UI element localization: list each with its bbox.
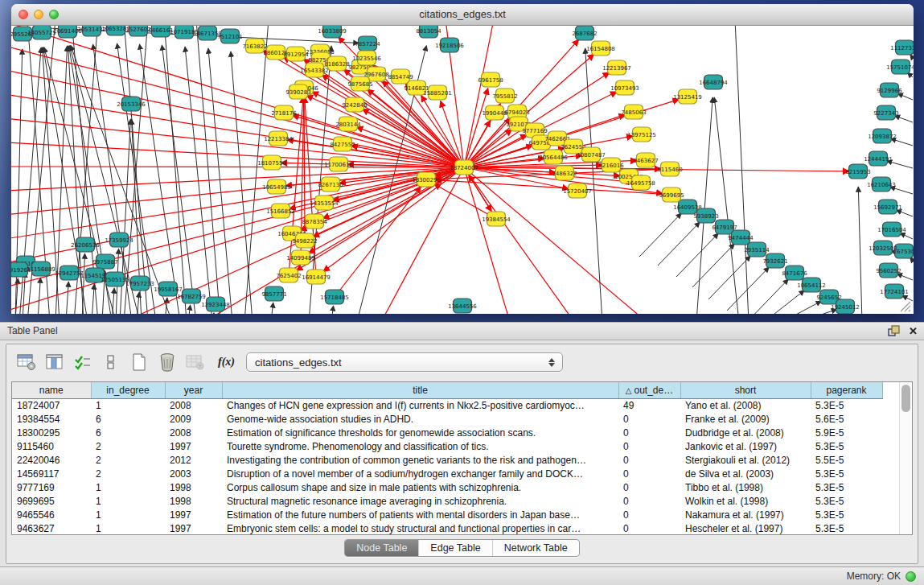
graph-edge[interactable] bbox=[900, 233, 913, 239]
table-cell[interactable]: 0 bbox=[618, 454, 680, 468]
table-cell[interactable]: Genome-wide association studies in ADHD. bbox=[222, 413, 618, 426]
table-cell[interactable]: 2012 bbox=[165, 454, 222, 468]
graph-node[interactable]: 2803144 bbox=[335, 117, 361, 131]
table-scrollbar[interactable] bbox=[899, 382, 912, 534]
graph-edge[interactable] bbox=[585, 48, 602, 314]
table-cell[interactable]: 1 bbox=[91, 398, 165, 413]
table-cell[interactable]: 1997 bbox=[165, 522, 222, 535]
graph-node[interactable]: 13125419 bbox=[673, 89, 702, 104]
graph-edge[interactable] bbox=[434, 183, 496, 219]
graph-edge[interactable] bbox=[464, 26, 494, 167]
graph-node[interactable]: 9975887 bbox=[92, 254, 117, 269]
graph-node[interactable]: 11700616 bbox=[324, 157, 353, 171]
function-builder-icon[interactable]: f(x) bbox=[218, 356, 235, 369]
graph-node[interactable]: 26206536 bbox=[71, 237, 100, 252]
table-cell[interactable]: 5.3E-5 bbox=[811, 495, 882, 509]
graph-node[interactable]: 12444191 bbox=[864, 151, 893, 166]
graph-edge[interactable] bbox=[763, 290, 804, 314]
graph-node[interactable]: 8427552 bbox=[330, 137, 355, 151]
graph-node[interactable]: 9463627 bbox=[633, 153, 658, 167]
tab-node-table[interactable]: Node Table bbox=[345, 540, 419, 556]
graph-node[interactable]: 13975125 bbox=[627, 127, 656, 142]
column-visibility-icon[interactable] bbox=[44, 352, 65, 373]
graph-node[interactable]: 9560252 bbox=[876, 263, 901, 278]
row-height-icon[interactable] bbox=[101, 352, 121, 373]
graph-node[interactable]: 19654985 bbox=[262, 179, 291, 194]
table-cell[interactable]: Tourette syndrome. Phenomenology and cla… bbox=[222, 440, 618, 454]
table-cell[interactable]: 0 bbox=[618, 426, 680, 440]
graph-node[interactable]: 8186328 bbox=[324, 56, 349, 71]
table-cell[interactable]: 5.3E-5 bbox=[811, 398, 882, 413]
table-row[interactable]: 1872400712008Changes of HCN gene express… bbox=[12, 398, 882, 413]
graph-node[interactable]: 16033809 bbox=[318, 26, 347, 38]
graph-node[interactable]: 9227343 bbox=[873, 105, 898, 120]
graph-node[interactable]: 15692971 bbox=[873, 200, 902, 214]
column-header-year[interactable]: year bbox=[165, 382, 222, 398]
table-cell[interactable]: 1 bbox=[91, 495, 165, 509]
graph-node[interactable]: 9115460 bbox=[657, 162, 682, 176]
table-cell[interactable]: Hescheler et al. (1997) bbox=[680, 522, 811, 535]
graph-edge[interactable] bbox=[894, 116, 913, 122]
table-cell[interactable]: 2008 bbox=[165, 398, 222, 413]
graph-edge[interactable] bbox=[66, 282, 68, 314]
table-cell[interactable]: 5.3E-5 bbox=[811, 522, 882, 535]
table-cell[interactable]: 0 bbox=[618, 522, 680, 535]
scrollbar-thumb[interactable] bbox=[901, 385, 910, 412]
graph-node[interactable]: 8813054 bbox=[416, 26, 441, 38]
graph-edge[interactable] bbox=[306, 96, 464, 167]
table-cell[interactable]: 0 bbox=[618, 481, 680, 495]
graph-node[interactable]: 7485063 bbox=[621, 105, 646, 119]
graph-node[interactable]: 12213967 bbox=[602, 60, 631, 75]
network-canvas[interactable]: 2955261140557252069140620531432106532871… bbox=[11, 26, 914, 314]
table-cell[interactable]: Disruption of a novel member of a sodium… bbox=[222, 468, 618, 481]
graph-edge[interactable] bbox=[714, 97, 739, 314]
table-cell[interactable]: 2009 bbox=[165, 413, 222, 426]
graph-edge[interactable] bbox=[11, 70, 464, 167]
graph-edge[interactable] bbox=[639, 213, 681, 257]
table-cell[interactable]: 0 bbox=[618, 509, 680, 522]
graph-edge[interactable] bbox=[271, 303, 273, 314]
graph-edge[interactable] bbox=[368, 89, 464, 167]
table-cell[interactable]: Structural magnetic resonance image aver… bbox=[222, 495, 618, 509]
table-cell[interactable]: 18724007 bbox=[12, 398, 91, 413]
resize-grip[interactable] bbox=[898, 299, 911, 312]
graph-edge[interactable] bbox=[92, 284, 94, 314]
table-cell[interactable]: 9465546 bbox=[12, 509, 91, 522]
graph-node[interactable]: 7932621 bbox=[762, 253, 787, 268]
table-cell[interactable]: Investigating the contribution of common… bbox=[222, 454, 618, 468]
graph-edge[interactable] bbox=[188, 305, 191, 314]
table-cell[interactable]: 2008 bbox=[165, 426, 222, 440]
delete-table-icon[interactable] bbox=[185, 352, 206, 373]
graph-edge[interactable] bbox=[896, 210, 913, 216]
column-header-title[interactable]: title bbox=[222, 382, 618, 398]
table-cell[interactable]: Yano et al. (2008) bbox=[680, 398, 811, 413]
graph-edge[interactable] bbox=[897, 274, 913, 280]
graph-node[interactable]: 8471676 bbox=[782, 266, 807, 280]
graph-edge[interactable] bbox=[464, 167, 647, 314]
graph-node[interactable]: 15720407 bbox=[563, 183, 592, 198]
table-row[interactable]: 946554611997Estimation of the future num… bbox=[12, 509, 882, 522]
graph-edge[interactable] bbox=[858, 187, 862, 314]
close-panel-icon[interactable]: ✕ bbox=[909, 324, 918, 338]
tab-edge-table[interactable]: Edge Table bbox=[419, 540, 492, 556]
graph-node[interactable]: 9129966 bbox=[877, 83, 902, 97]
graph-edge[interactable] bbox=[212, 313, 214, 314]
graph-node[interactable]: 16648794 bbox=[699, 75, 728, 89]
graph-node[interactable]: 12093872 bbox=[868, 129, 897, 143]
graph-edge[interactable] bbox=[112, 288, 114, 314]
table-cell[interactable]: 1 bbox=[91, 522, 165, 535]
table-row[interactable]: 1938455462009Genome-wide association stu… bbox=[12, 413, 882, 426]
table-cell[interactable]: 2 bbox=[91, 440, 165, 454]
table-cell[interactable]: 14569117 bbox=[12, 468, 91, 481]
graph-node[interactable]: 11127331 bbox=[890, 40, 914, 55]
graph-edge[interactable] bbox=[335, 187, 421, 297]
delete-column-icon[interactable] bbox=[157, 352, 178, 373]
graph-node[interactable]: 9498222 bbox=[292, 233, 317, 248]
table-cell[interactable]: 5.3E-5 bbox=[811, 440, 882, 454]
graph-node[interactable]: 1990448 bbox=[482, 105, 507, 120]
graph-edge[interactable] bbox=[38, 278, 40, 314]
graph-edge[interactable] bbox=[897, 93, 913, 100]
column-header-short[interactable]: short bbox=[680, 382, 811, 398]
graph-node[interactable]: 15166852 bbox=[266, 204, 295, 218]
table-cell[interactable]: 9463627 bbox=[12, 522, 91, 535]
